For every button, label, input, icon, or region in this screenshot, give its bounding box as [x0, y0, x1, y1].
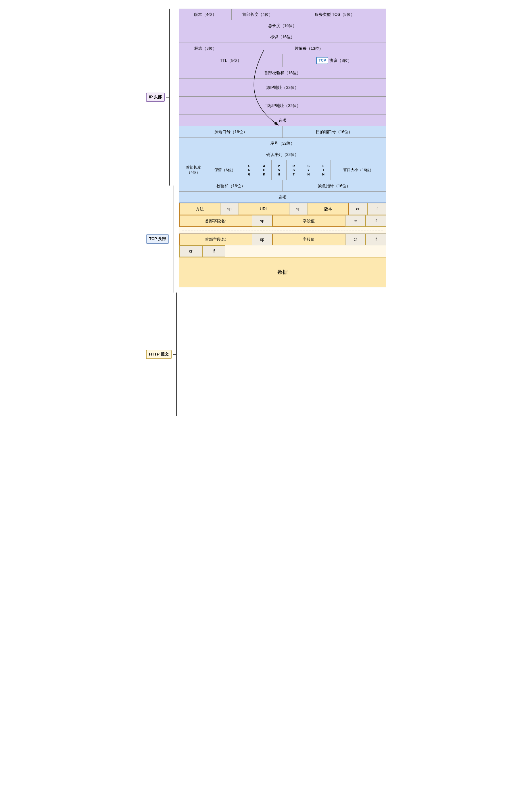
tcp-row-6: 选项: [179, 192, 386, 203]
tcp-row-2: 序号（32位）: [179, 138, 386, 149]
http-lf-1: lf: [367, 203, 386, 214]
tcp-dst-port: 目的端口号（16位）: [283, 126, 386, 137]
http-sp-2: sp: [289, 203, 308, 214]
tcp-header-label: TCP 头部: [146, 234, 169, 244]
ip-total-length: 总长度（16位）: [179, 20, 386, 31]
http-header-line-2: 首部字段名: sp 字段值 cr lf: [179, 233, 386, 245]
tcp-window-size: 窗口大小（16位）: [331, 160, 385, 180]
http-dashed-line: [182, 230, 383, 230]
section-labels: IP 头部 TCP 头部 HTTP 报文: [146, 9, 177, 416]
tcp-row-1: 源端口号（16位） 目的端口号（16位）: [179, 126, 386, 137]
http-data: 数据: [179, 257, 386, 287]
tcp-flag-urg: URG: [242, 160, 257, 180]
ip-header-length: 首部长度（4位）: [232, 9, 284, 20]
http-method: 方法: [179, 203, 220, 214]
ip-row-4: 标志（3位） 片偏移（13位）: [179, 43, 386, 54]
http-bracket: [171, 293, 177, 416]
diagram-container: IP 头部 TCP 头部 HTTP 报文 版本（4位） 首部长度（4位） 服务类…: [146, 9, 386, 416]
ip-checksum: 首部校验和（16位）: [179, 67, 386, 78]
ip-row-5: TTL（8位） TCP 协议（8位）: [179, 54, 386, 67]
ip-source-addr: 源IP地址（32位）: [179, 78, 386, 96]
http-lf-4: lf: [202, 245, 225, 257]
http-dashed-row: [179, 227, 386, 233]
tcp-options: 选项: [179, 192, 386, 203]
ip-row-8: 目标IP地址（32位）: [179, 97, 386, 115]
tcp-row-5: 校验和（16位） 紧急指针（16位）: [179, 180, 386, 192]
http-lf-2: lf: [366, 215, 386, 227]
http-field-name-2: 首部字段名:: [179, 233, 252, 245]
ip-flags: 标志（3位）: [179, 43, 232, 54]
http-sp-4: sp: [252, 233, 272, 245]
ip-version: 版本（4位）: [179, 9, 232, 20]
http-cr-1: cr: [349, 203, 367, 214]
tcp-row-3: 确认序列（32位）: [179, 149, 386, 160]
http-crlf-row: cr lf: [179, 245, 386, 257]
http-cr-4: cr: [179, 245, 202, 257]
ip-label-group: IP 头部: [146, 9, 177, 185]
tcp-reserved: 保留（6位）: [208, 160, 242, 180]
tcp-flag-psh: PSH: [272, 160, 287, 180]
tcp-checksum: 校验和（16位）: [179, 180, 283, 191]
http-label-group: HTTP 报文: [146, 293, 177, 416]
tcp-urgent-ptr: 紧急指针（16位）: [283, 180, 386, 191]
tcp-seq-num: 序号（32位）: [179, 138, 386, 149]
ip-section: 版本（4位） 首部长度（4位） 服务类型 TOS（8位） 总长度（16位） 标识…: [179, 9, 386, 126]
tcp-label-group: TCP 头部: [146, 185, 177, 293]
tcp-bracket: [169, 185, 174, 293]
tcp-ack-num: 确认序列（32位）: [179, 149, 386, 160]
http-sp-1: sp: [220, 203, 239, 214]
http-request-line: 方法 sp URL sp 版本 cr lf: [179, 203, 386, 215]
ip-tos: 服务类型 TOS（8位）: [284, 9, 386, 20]
http-message-label: HTTP 报文: [146, 350, 171, 359]
ip-row-2: 总长度（16位）: [179, 20, 386, 31]
tcp-flag-ack: ACK: [257, 160, 272, 180]
ip-options: 选项: [179, 115, 386, 126]
ip-row-9: 选项: [179, 115, 386, 126]
tcp-flag-fin: FIN: [316, 160, 331, 180]
ip-row-1: 版本（4位） 首部长度（4位） 服务类型 TOS（8位）: [179, 9, 386, 20]
ip-row-3: 标识（16位）: [179, 31, 386, 43]
ip-fragment-offset: 片偏移（13位）: [232, 43, 386, 54]
tcp-flag-rst: RST: [287, 160, 301, 180]
tcp-data-offset: 首部长度（4位）: [179, 160, 208, 180]
http-field-value-2: 字段值: [272, 233, 345, 245]
protocol-diagram: 版本（4位） 首部长度（4位） 服务类型 TOS（8位） 总长度（16位） 标识…: [179, 9, 386, 287]
http-cr-2: cr: [345, 215, 366, 227]
tcp-badge: TCP: [316, 57, 328, 64]
ip-header-label: IP 头部: [146, 93, 165, 102]
http-empty-space: [225, 245, 386, 257]
http-data-row: 数据: [179, 257, 386, 287]
ip-dest-addr: 目标IP地址（32位）: [179, 97, 386, 115]
ip-ttl: TTL（8位）: [179, 54, 283, 67]
http-sp-3: sp: [252, 215, 272, 227]
ip-protocol: TCP 协议（8位）: [283, 54, 386, 67]
http-lf-3: lf: [366, 233, 386, 245]
ip-row-6: 首部校验和（16位）: [179, 67, 386, 78]
ip-identification: 标识（16位）: [179, 31, 386, 42]
http-field-name-1: 首部字段名:: [179, 215, 252, 227]
tcp-row-4: 首部长度（4位） 保留（6位） URG ACK PSH RST SYN FIN …: [179, 160, 386, 180]
http-cr-3: cr: [345, 233, 366, 245]
ip-bracket: [165, 9, 170, 185]
http-section: 方法 sp URL sp 版本 cr lf 首部字段名: sp 字段值 cr l…: [179, 203, 386, 287]
tcp-section: 源端口号（16位） 目的端口号（16位） 序号（32位） 确认序列（32位） 首…: [179, 126, 386, 203]
tcp-flag-syn: SYN: [301, 160, 316, 180]
tcp-src-port: 源端口号（16位）: [179, 126, 283, 137]
ip-row-7: 源IP地址（32位）: [179, 78, 386, 97]
http-version: 版本: [308, 203, 349, 214]
http-url: URL: [239, 203, 289, 214]
http-field-value-1: 字段值: [272, 215, 345, 227]
http-header-line-1: 首部字段名: sp 字段值 cr lf: [179, 215, 386, 227]
